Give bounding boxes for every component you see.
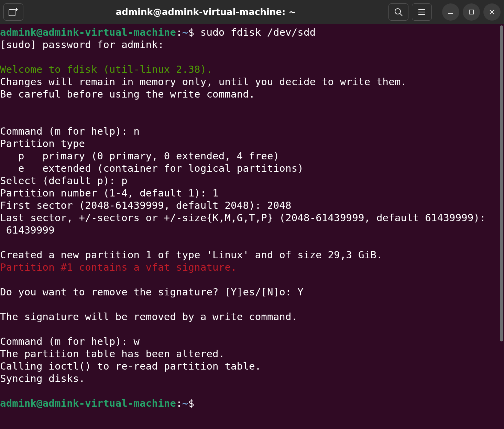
output-line: First sector (2048-61439999, default 204… xyxy=(0,200,292,211)
hamburger-icon xyxy=(418,8,426,16)
svg-line-4 xyxy=(400,13,402,16)
menu-button[interactable] xyxy=(412,3,432,21)
prompt-user-host: admink@admink-virtual-machine xyxy=(0,397,176,409)
new-tab-icon xyxy=(9,8,18,16)
command-text: sudo fdisk /dev/sdd xyxy=(200,26,316,38)
minimize-icon xyxy=(447,9,454,15)
prompt-colon: : xyxy=(176,26,182,38)
prompt-cwd: ~ xyxy=(182,26,188,38)
output-line: [sudo] password for admink: xyxy=(0,39,170,50)
maximize-button[interactable] xyxy=(463,3,480,21)
output-line: e extended (container for logical partit… xyxy=(0,162,304,174)
close-icon xyxy=(489,9,495,15)
svg-rect-9 xyxy=(469,10,473,14)
output-line: Be careful before using the write comman… xyxy=(0,88,255,100)
prompt-cwd: ~ xyxy=(182,397,188,409)
prompt-dollar: $ xyxy=(188,26,194,38)
output-line: p primary (0 primary, 0 extended, 4 free… xyxy=(0,150,279,162)
titlebar: admink@admink-virtual-machine: ~ xyxy=(0,0,504,24)
new-tab-button[interactable] xyxy=(3,3,23,21)
output-line: Syncing disks. xyxy=(0,373,85,384)
output-line: Do you want to remove the signature? [Y]… xyxy=(0,286,304,298)
output-line: Partition type xyxy=(0,138,85,149)
output-line: Calling ioctl() to re-read partition tab… xyxy=(0,360,261,372)
output-line: Command (m for help): w xyxy=(0,336,140,347)
scrollbar[interactable] xyxy=(499,24,504,429)
output-line: Created a new partition 1 of type 'Linux… xyxy=(0,249,383,261)
output-line: Welcome to fdisk (util-linux 2.38). xyxy=(0,64,212,75)
maximize-icon xyxy=(468,9,474,15)
output-line: Partition number (1-4, default 1): 1 xyxy=(0,187,219,199)
output-line: The signature will be removed by a write… xyxy=(0,311,297,323)
search-icon xyxy=(394,8,403,16)
prompt-dollar: $ xyxy=(188,397,194,409)
terminal-body: admink@admink-virtual-machine:~$ sudo fd… xyxy=(0,24,504,429)
close-button[interactable] xyxy=(483,3,501,21)
terminal-window: admink@admink-virtual-machine: ~ xyxy=(0,0,504,429)
output-line: Select (default p): p xyxy=(0,175,128,187)
svg-rect-0 xyxy=(9,10,15,16)
window-title: admink@admink-virtual-machine: ~ xyxy=(27,7,385,17)
svg-point-3 xyxy=(395,9,401,14)
output-line: 61439999 xyxy=(0,224,55,236)
output-line: Changes will remain in memory only, unti… xyxy=(0,76,407,88)
prompt-colon: : xyxy=(176,397,182,409)
output-line: Last sector, +/-sectors or +/-size{K,M,G… xyxy=(0,212,486,224)
terminal-output[interactable]: admink@admink-virtual-machine:~$ sudo fd… xyxy=(0,24,499,429)
output-line: Command (m for help): n xyxy=(0,125,140,137)
output-line: The partition table has been altered. xyxy=(0,348,224,360)
prompt-user-host: admink@admink-virtual-machine xyxy=(0,26,176,38)
output-line-warning: Partition #1 contains a vfat signature. xyxy=(0,261,237,273)
minimize-button[interactable] xyxy=(442,3,459,21)
search-button[interactable] xyxy=(388,3,408,21)
scrollbar-thumb[interactable] xyxy=(500,25,503,341)
